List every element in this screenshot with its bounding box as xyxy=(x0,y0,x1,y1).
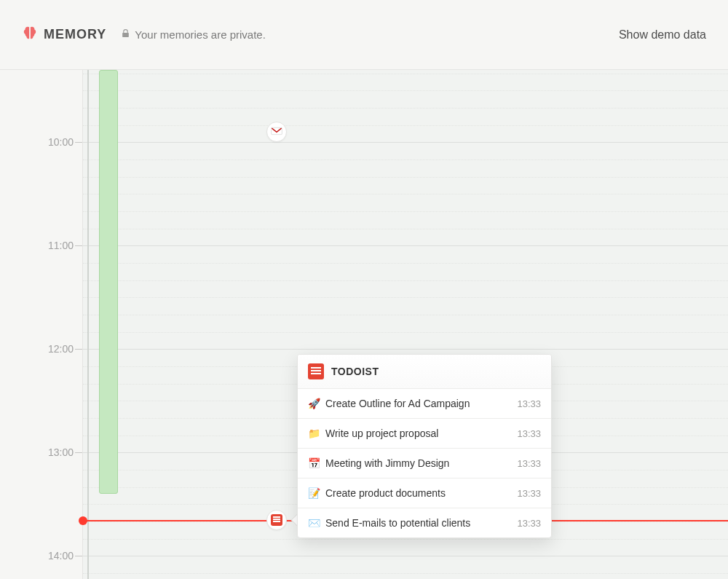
sub-hour-line xyxy=(83,315,728,315)
time-label: 10:00 xyxy=(1,136,74,148)
todoist-icon xyxy=(308,363,324,379)
gmail-icon xyxy=(271,125,282,138)
header-left: MEMORY Your memories are private. xyxy=(22,25,266,44)
task-emoji-icon: 📁 xyxy=(308,428,320,439)
hour-line xyxy=(83,349,728,350)
hour-tick xyxy=(75,349,82,350)
task-title: Meeting with Jimmy Design xyxy=(325,457,449,469)
todoist-icon xyxy=(271,514,282,526)
task-left: 📁Write up project proposal xyxy=(308,428,438,439)
timeline[interactable]: 10:0011:0012:0013:0014:00 TODOIST 🚀Creat… xyxy=(0,70,728,579)
hour-tick xyxy=(75,245,82,246)
sub-hour-line xyxy=(83,297,728,298)
current-time-dot xyxy=(79,516,87,525)
task-emoji-icon: 📝 xyxy=(308,487,320,499)
task-row[interactable]: 📝Create product documents13:33 xyxy=(298,478,551,508)
popover-title: TODOIST xyxy=(331,366,379,377)
hour-line xyxy=(83,245,728,246)
task-time: 13:33 xyxy=(517,458,541,469)
sub-hour-line xyxy=(83,539,728,540)
sub-hour-line xyxy=(83,74,728,74)
sub-hour-line xyxy=(83,573,728,574)
lock-icon xyxy=(121,28,130,41)
task-title: Send E-mails to potential clients xyxy=(325,517,470,529)
task-row[interactable]: 🚀Create Outline for Ad Campaign13:33 xyxy=(298,389,551,419)
sub-hour-line xyxy=(83,159,728,160)
brain-icon xyxy=(22,25,38,44)
sub-hour-line xyxy=(83,332,728,333)
task-emoji-icon: ✉️ xyxy=(308,517,320,529)
app-header: MEMORY Your memories are private. Show d… xyxy=(0,0,728,70)
vertical-track xyxy=(87,70,89,579)
brand-text: MEMORY xyxy=(44,27,106,42)
task-time: 13:33 xyxy=(517,518,541,529)
time-gutter: 10:0011:0012:0013:0014:00 xyxy=(0,70,83,579)
sub-hour-line xyxy=(83,263,728,264)
task-list: 🚀Create Outline for Ad Campaign13:33📁Wri… xyxy=(298,389,551,537)
tracked-time-block[interactable] xyxy=(99,70,118,494)
todoist-event-marker[interactable] xyxy=(266,510,287,530)
sub-hour-line xyxy=(83,90,728,91)
sub-hour-line xyxy=(83,177,728,178)
task-left: 📅Meeting with Jimmy Design xyxy=(308,457,449,469)
time-label: 14:00 xyxy=(1,550,74,562)
gmail-event-marker[interactable] xyxy=(266,122,287,142)
sub-hour-line xyxy=(83,194,728,194)
task-row[interactable]: 📅Meeting with Jimmy Design13:33 xyxy=(298,449,551,478)
sub-hour-line xyxy=(83,280,728,281)
brand-logo[interactable]: MEMORY xyxy=(22,25,106,44)
popover-header: TODOIST xyxy=(298,355,551,389)
task-row[interactable]: 📁Write up project proposal13:33 xyxy=(298,419,551,449)
task-title: Create Outline for Ad Campaign xyxy=(325,398,470,409)
task-left: 📝Create product documents xyxy=(308,487,446,499)
task-time: 13:33 xyxy=(517,428,541,439)
hour-tick xyxy=(75,142,82,143)
task-left: 🚀Create Outline for Ad Campaign xyxy=(308,398,470,409)
hour-tick xyxy=(75,452,82,453)
task-row[interactable]: ✉️Send E-mails to potential clients13:33 xyxy=(298,508,551,537)
show-demo-link[interactable]: Show demo data xyxy=(619,28,706,42)
hour-tick xyxy=(75,556,82,556)
sub-hour-line xyxy=(83,211,728,212)
time-label: 13:00 xyxy=(1,446,74,458)
task-title: Write up project proposal xyxy=(325,428,438,439)
todoist-popover: TODOIST 🚀Create Outline for Ad Campaign1… xyxy=(297,354,552,538)
sub-hour-line xyxy=(83,125,728,126)
privacy-label: Your memories are private. xyxy=(121,28,266,41)
sub-hour-line xyxy=(83,229,728,229)
time-label: 12:00 xyxy=(1,343,74,355)
task-time: 13:33 xyxy=(517,398,541,409)
time-label: 11:00 xyxy=(1,240,74,251)
sub-hour-line xyxy=(83,108,728,109)
task-time: 13:33 xyxy=(517,488,541,499)
task-emoji-icon: 📅 xyxy=(308,457,320,469)
privacy-text: Your memories are private. xyxy=(135,28,266,41)
task-left: ✉️Send E-mails to potential clients xyxy=(308,517,470,529)
hour-line xyxy=(83,556,728,556)
task-emoji-icon: 🚀 xyxy=(308,398,320,409)
task-title: Create product documents xyxy=(325,487,446,499)
hour-line xyxy=(83,142,728,143)
